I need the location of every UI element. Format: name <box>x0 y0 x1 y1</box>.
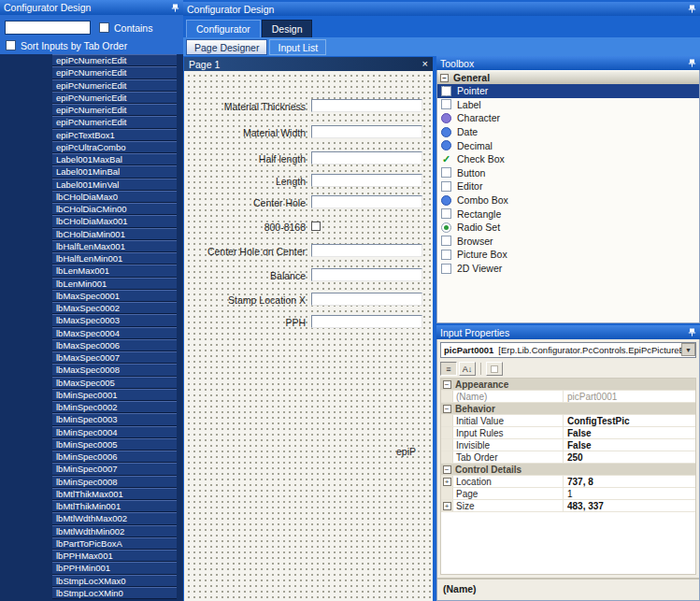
input-list-item[interactable]: epiPcNumericEdit <box>52 116 177 128</box>
property-row-location[interactable]: +Location737, 8 <box>441 476 695 488</box>
property-value[interactable]: 737, 8 <box>564 476 695 487</box>
close-icon[interactable]: × <box>422 59 428 69</box>
property-row-name[interactable]: (Name)picPart0001 <box>441 391 695 403</box>
search-input[interactable] <box>5 21 91 35</box>
input-list-item[interactable]: lbMtlThikMax001 <box>52 488 177 500</box>
input-list-item[interactable]: lbStmpLocXMax0 <box>52 575 177 587</box>
pin-icon[interactable] <box>688 328 696 336</box>
design-surface[interactable]: Material ThicknessMaterial WidthHalf len… <box>184 71 433 601</box>
toolbox-item-decimal[interactable]: Decimal <box>437 138 699 152</box>
input-list-item[interactable]: lbMaxSpec005 <box>52 377 177 389</box>
input-list-item[interactable]: lbMinSpec0003 <box>52 413 177 425</box>
toolbox-item-label[interactable]: Label <box>437 98 699 112</box>
toolbox-item-button[interactable]: Button <box>437 166 699 180</box>
input-list-item[interactable]: lbHalfLenMin001 <box>52 252 177 265</box>
pin-icon[interactable] <box>171 4 179 12</box>
input-list-item[interactable]: lbCHolDiaMin001 <box>52 228 177 240</box>
field-checkbox[interactable] <box>311 222 321 231</box>
input-list-item[interactable]: lbMaxSpec0007 <box>52 351 177 364</box>
input-list-item[interactable]: lbCHolDiaMax001 <box>52 215 177 227</box>
chevron-down-icon[interactable]: ▼ <box>681 343 695 356</box>
field-input[interactable] <box>311 174 422 187</box>
subtab-input-list[interactable]: Input List <box>269 39 326 55</box>
tab-configurator[interactable]: Configurator <box>186 20 261 37</box>
expand-icon[interactable]: + <box>443 478 451 486</box>
input-list-item[interactable]: lbMinSpec0001 <box>52 389 177 401</box>
toolbox-item-combo-box[interactable]: Combo Box <box>437 193 699 207</box>
input-list-item[interactable]: epiPcNumericEdit <box>52 104 177 116</box>
input-list-item[interactable]: lbCHolDiaCMin00 <box>52 203 177 215</box>
field-input[interactable] <box>311 99 422 112</box>
input-list-item[interactable]: epiPcNumericEdit <box>52 79 177 92</box>
input-list-item[interactable]: lbMaxSpec0003 <box>52 314 177 326</box>
collapse-icon[interactable]: − <box>443 465 451 474</box>
input-list-item[interactable]: lbLenMin001 <box>52 278 177 290</box>
field-input[interactable] <box>311 293 422 306</box>
input-list-item[interactable]: epiPcTextBox1 <box>52 129 177 141</box>
input-list-item[interactable]: epiPcNumericEdit <box>52 54 177 66</box>
pin-icon[interactable] <box>688 59 696 67</box>
property-value[interactable]: False <box>564 427 695 438</box>
toolbox-item-rectangle[interactable]: Rectangle <box>437 207 699 221</box>
toolbox-item-2d-viewer[interactable]: 2D Viewer <box>437 262 699 276</box>
input-list-item[interactable]: epiPcNumericEdit <box>52 92 177 104</box>
toolbox-item-browser[interactable]: Browser <box>437 235 699 249</box>
input-list-item[interactable]: lbMinSpec0002 <box>52 401 177 413</box>
input-list-item[interactable]: lbMinSpec0007 <box>52 463 177 475</box>
toolbox-item-date[interactable]: Date <box>437 125 699 139</box>
toolbox-item-check-box[interactable]: ✓Check Box <box>437 152 699 166</box>
input-list-item[interactable]: Label001MinBal <box>52 165 177 178</box>
input-list-item[interactable]: lbMtlThikMin001 <box>52 500 177 512</box>
toolbox-item-character[interactable]: Character <box>437 111 699 125</box>
input-list-item[interactable]: lbStmpLocXMin0 <box>52 587 177 599</box>
collapse-icon[interactable]: − <box>440 74 449 82</box>
property-group-control-details[interactable]: −Control Details <box>441 464 695 476</box>
property-value[interactable]: ConfigTestPic <box>564 415 695 426</box>
input-list-item[interactable]: lbMinSpec0004 <box>52 426 177 438</box>
property-value[interactable]: picPart0001 <box>564 391 695 402</box>
property-value[interactable]: False <box>564 439 695 451</box>
input-list-item[interactable]: Label001MinVal <box>52 179 177 191</box>
input-list-item[interactable]: lbMinSpec0005 <box>52 438 177 451</box>
toolbox-item-pointer[interactable]: Pointer <box>437 84 699 98</box>
field-input[interactable] <box>311 151 422 165</box>
property-group-appearance[interactable]: −Appearance <box>441 379 695 391</box>
field-input[interactable] <box>311 195 422 208</box>
input-list-item[interactable]: lbCHolDiaMax0 <box>52 191 177 203</box>
toolbox-item-picture-box[interactable]: Picture Box <box>437 248 699 262</box>
input-list-item[interactable]: Label001MaxBal <box>52 153 177 165</box>
categorized-view-button[interactable]: ≡ <box>440 362 457 376</box>
tab-design[interactable]: Design <box>262 20 313 37</box>
toolbox-item-editor[interactable]: Editor <box>437 179 699 193</box>
input-list-item[interactable]: lbMaxSpec0006 <box>52 339 177 351</box>
property-value[interactable]: 1 <box>564 488 695 499</box>
toolbox-item-radio-set[interactable]: Radio Set <box>437 221 699 235</box>
alphabetical-sort-button[interactable]: A↓ <box>459 362 476 376</box>
input-list-item[interactable]: lbMaxSpec0004 <box>52 327 177 339</box>
input-list-item[interactable]: lbMtlWdthMin002 <box>52 525 177 537</box>
property-row-size[interactable]: +Size483, 337 <box>441 500 695 512</box>
toolbox-group-general[interactable]: − General <box>437 71 699 84</box>
field-input[interactable] <box>311 268 422 281</box>
input-list-item[interactable]: lbMinSpec0008 <box>52 476 177 488</box>
property-row-page[interactable]: Page1 <box>441 488 695 500</box>
expand-icon[interactable]: + <box>443 502 451 510</box>
subtab-page-designer[interactable]: Page Designer <box>186 39 267 55</box>
input-list-item[interactable]: lbPartToPicBoxA <box>52 537 177 550</box>
property-value[interactable]: 250 <box>564 451 695 463</box>
property-row-invisible[interactable]: InvisibleFalse <box>441 439 695 451</box>
field-input[interactable] <box>311 125 422 138</box>
collapse-icon[interactable]: − <box>443 380 451 389</box>
input-list-item[interactable]: lbHalfLenMax001 <box>52 240 177 252</box>
input-list-item[interactable]: lbMinSpec0006 <box>52 451 177 463</box>
input-list-item[interactable]: lbMtlWdthMax002 <box>52 512 177 524</box>
field-input[interactable] <box>311 315 422 328</box>
property-row-input-rules[interactable]: Input RulesFalse <box>441 427 695 439</box>
input-list-item[interactable]: lbMaxSpec0001 <box>52 290 177 302</box>
pin-icon[interactable] <box>688 5 696 13</box>
sort-by-tab-order-checkbox[interactable] <box>6 40 16 50</box>
property-row-tab-order[interactable]: Tab Order250 <box>441 451 695 464</box>
input-list-item[interactable]: epiPcUltraCombo <box>52 141 177 153</box>
property-value[interactable]: 483, 337 <box>564 500 695 511</box>
input-list-item[interactable]: lbPPHMin001 <box>52 562 177 574</box>
